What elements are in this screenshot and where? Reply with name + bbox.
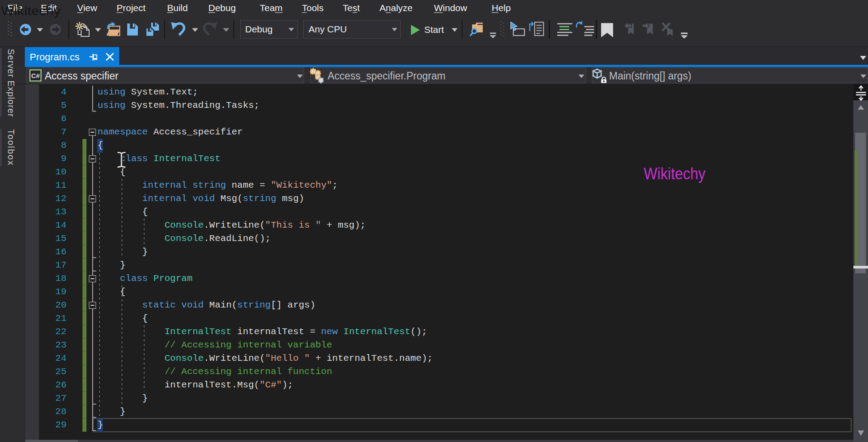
svg-text:C#: C# (31, 72, 40, 79)
svg-text:Debug: Debug (245, 24, 273, 34)
svg-text:Start: Start (424, 24, 444, 35)
svg-text:Any CPU: Any CPU (309, 24, 347, 34)
